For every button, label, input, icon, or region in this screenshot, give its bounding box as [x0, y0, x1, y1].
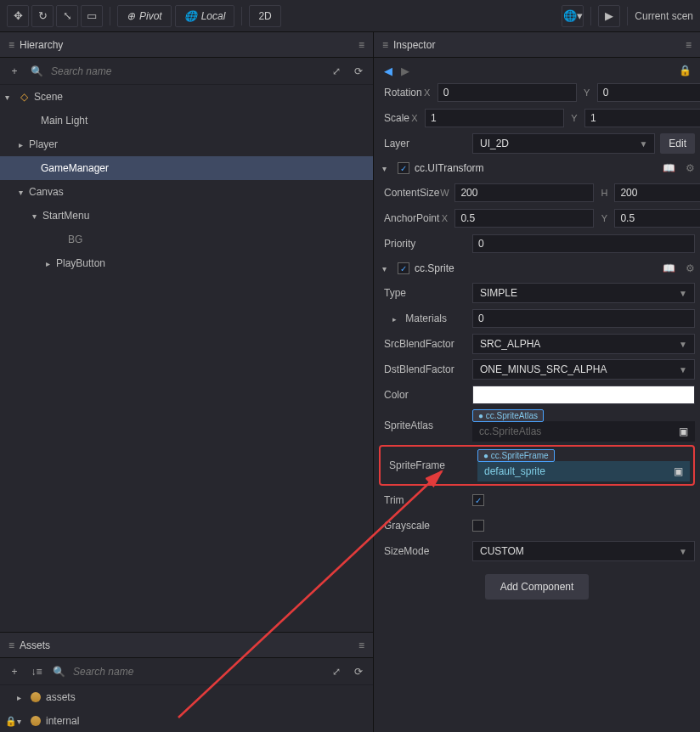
- priority-label: Priority: [379, 238, 472, 250]
- scale-y-input[interactable]: [584, 109, 700, 127]
- sprite-enabled-checkbox[interactable]: ✓: [398, 262, 409, 274]
- inspector-title: Inspector: [393, 39, 435, 51]
- globe-icon: 🌐: [184, 10, 197, 22]
- asset-root-assets[interactable]: ▸assets: [0, 685, 373, 709]
- nav-forward-button[interactable]: ▶: [399, 65, 411, 77]
- list-icon: ≡: [382, 39, 388, 51]
- pick-icon[interactable]: ▣: [679, 425, 688, 437]
- type-label: Type: [379, 287, 472, 299]
- rotation-x-input[interactable]: [438, 83, 577, 102]
- layer-dropdown[interactable]: UI_2D▼: [472, 133, 655, 154]
- help-icon[interactable]: 📖: [663, 162, 675, 174]
- local-toggle-button[interactable]: 🌐Local: [175, 5, 235, 27]
- expand-button[interactable]: ⤢: [329, 666, 344, 678]
- tree-node-scene[interactable]: ▾◇Scene: [0, 85, 373, 109]
- grayscale-checkbox[interactable]: [472, 520, 484, 532]
- expand-button[interactable]: ⤢: [329, 65, 344, 77]
- color-swatch[interactable]: [472, 386, 695, 404]
- tree-node-bg[interactable]: ▸BG: [0, 228, 373, 251]
- nav-back-button[interactable]: ◀: [382, 65, 394, 77]
- content-size-label: ContentSize: [379, 187, 439, 199]
- scale-label: Scale: [379, 112, 409, 124]
- tree-node-main-light[interactable]: ▸Main Light: [0, 109, 373, 132]
- uitransform-enabled-checkbox[interactable]: ✓: [398, 162, 409, 174]
- assets-title: Assets: [20, 639, 50, 651]
- pivot-toggle-button[interactable]: ⊕Pivot: [117, 5, 172, 27]
- scale-tool-button[interactable]: ⤡: [56, 5, 78, 27]
- add-component-button[interactable]: Add Component: [485, 574, 590, 600]
- db-icon: [31, 716, 41, 726]
- rect-tool-button[interactable]: ▭: [81, 5, 103, 27]
- hierarchy-search-input[interactable]: [51, 65, 322, 77]
- gear-icon[interactable]: ⚙: [686, 262, 695, 274]
- priority-input[interactable]: [472, 234, 695, 253]
- tree-node-play-button[interactable]: ▸PlayButton: [0, 251, 373, 275]
- panel-menu-button[interactable]: ≡: [686, 39, 692, 51]
- search-button[interactable]: 🔍: [29, 65, 44, 77]
- tree-node-game-manager[interactable]: ▸GameManager: [0, 156, 373, 180]
- size-mode-dropdown[interactable]: CUSTOM▼: [472, 541, 695, 561]
- search-button[interactable]: 🔍: [51, 666, 66, 678]
- hierarchy-tree: ▾◇Scene ▸Main Light ▸Player ▸GameManager…: [0, 85, 373, 632]
- refresh-button[interactable]: ⟳: [351, 666, 366, 678]
- main-toolbar: ✥ ↻ ⤡ ▭ ⊕Pivot 🌐Local 2D 🌐▾ ▶ Current sc…: [0, 0, 700, 32]
- refresh-button[interactable]: ⟳: [351, 65, 366, 77]
- dst-blend-dropdown[interactable]: ONE_MINUS_SRC_ALPHA▼: [472, 359, 695, 380]
- inspector-panel: ≡ Inspector ≡ ◀ ▶ 🔒 Rotation X Y Z Sca: [374, 32, 700, 732]
- globe-dropdown-button[interactable]: 🌐▾: [562, 5, 584, 27]
- add-node-button[interactable]: +: [7, 65, 22, 77]
- pivot-icon: ⊕: [127, 10, 135, 22]
- current-scene-label: Current scen: [635, 10, 693, 22]
- content-w-input[interactable]: [454, 183, 594, 202]
- tree-node-canvas[interactable]: ▾Canvas: [0, 180, 373, 204]
- sprite-atlas-field[interactable]: cc.SpriteAtlas▣: [472, 421, 695, 442]
- gear-icon[interactable]: ⚙: [686, 162, 695, 174]
- uitransform-header[interactable]: ▾ ✓ cc.UITransform 📖 ⚙: [379, 156, 695, 180]
- rotation-label: Rotation: [379, 87, 422, 99]
- assets-panel: ≡ Assets ≡ + ↓≡ 🔍 ⤢ ⟳ ▸assets 🔒▾internal…: [0, 633, 373, 732]
- src-blend-dropdown[interactable]: SRC_ALPHA▼: [472, 334, 695, 354]
- materials-count-input[interactable]: [472, 309, 695, 328]
- assets-tree: ▸assets 🔒▾internal 🔒▸chunks 🔒▸default_cu…: [0, 685, 373, 732]
- rotation-y-input[interactable]: [597, 83, 700, 102]
- 2d-toggle-button[interactable]: 2D: [249, 5, 280, 27]
- content-h-input[interactable]: [614, 183, 700, 202]
- atlas-type-tag: ● cc.SpriteAtlas: [472, 409, 544, 422]
- anchor-x-input[interactable]: [454, 209, 594, 228]
- tree-node-start-menu[interactable]: ▾StartMenu: [0, 204, 373, 228]
- sprite-atlas-label: SpriteAtlas: [379, 419, 472, 431]
- layer-label: Layer: [379, 138, 472, 149]
- lock-icon[interactable]: 🔒: [679, 65, 692, 76]
- sprite-frame-field[interactable]: default_sprite▣: [477, 461, 690, 481]
- src-blend-label: SrcBlendFactor: [379, 338, 472, 350]
- asset-root-internal[interactable]: 🔒▾internal: [0, 709, 373, 732]
- anchor-label: AnchorPoint: [379, 212, 439, 224]
- tree-node-player[interactable]: ▸Player: [0, 132, 373, 156]
- hierarchy-title: Hierarchy: [20, 39, 63, 51]
- help-icon[interactable]: 📖: [663, 262, 675, 274]
- panel-menu-button[interactable]: ≡: [358, 639, 364, 651]
- panel-menu-button[interactable]: ≡: [358, 39, 364, 51]
- scene-icon: ◇: [17, 91, 31, 103]
- sprite-frame-highlight: SpriteFrame ● cc.SpriteFrame default_spr…: [379, 445, 695, 486]
- type-dropdown[interactable]: SIMPLE▼: [472, 283, 695, 303]
- edit-layer-button[interactable]: Edit: [660, 133, 695, 154]
- scale-x-input[interactable]: [425, 109, 564, 127]
- db-icon: [31, 692, 41, 702]
- assets-search-input[interactable]: [73, 666, 322, 678]
- hierarchy-panel: ≡ Hierarchy ≡ + 🔍 ⤢ ⟳ ▾◇Scene ▸Main Ligh…: [0, 32, 373, 633]
- sort-button[interactable]: ↓≡: [29, 666, 44, 678]
- lock-icon: 🔒: [5, 716, 17, 727]
- pick-icon[interactable]: ▣: [674, 465, 683, 477]
- rotate-tool-button[interactable]: ↻: [31, 5, 54, 27]
- move-tool-button[interactable]: ✥: [7, 5, 29, 27]
- grayscale-label: Grayscale: [379, 520, 472, 532]
- anchor-y-input[interactable]: [614, 209, 700, 228]
- dst-blend-label: DstBlendFactor: [379, 363, 472, 375]
- play-button[interactable]: ▶: [598, 5, 620, 27]
- frame-type-tag: ● cc.SpriteFrame: [477, 449, 555, 462]
- sprite-header[interactable]: ▾ ✓ cc.Sprite 📖 ⚙: [379, 256, 695, 280]
- db-icon: ≡: [8, 639, 14, 651]
- add-asset-button[interactable]: +: [7, 666, 22, 678]
- trim-checkbox[interactable]: ✓: [472, 494, 484, 506]
